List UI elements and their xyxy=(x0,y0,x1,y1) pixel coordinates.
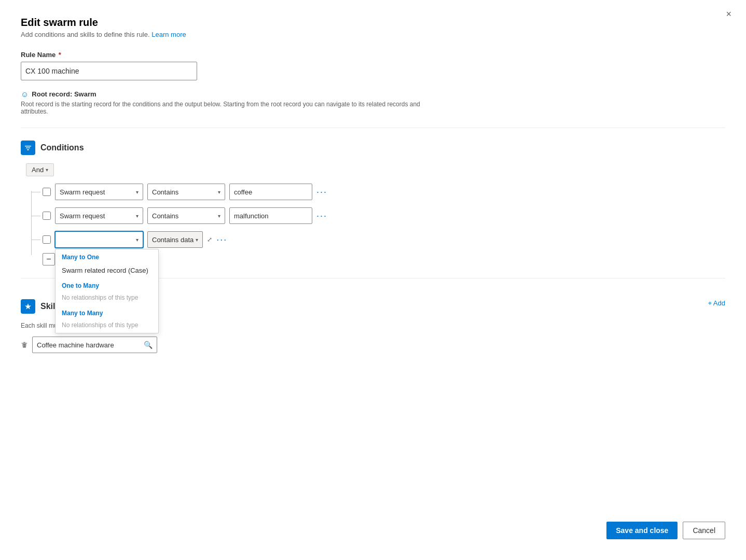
chevron-down-icon: ▾ xyxy=(196,237,198,243)
condition-1-operator-label: Contains xyxy=(152,188,178,196)
condition-3-more-button[interactable]: ··· xyxy=(216,234,227,245)
condition-2-field-select[interactable]: Swarm request ▾ xyxy=(55,207,143,224)
skill-input-wrapper: 🔍 xyxy=(32,337,157,353)
condition-3-checkbox[interactable] xyxy=(43,235,51,244)
skill-input[interactable] xyxy=(37,341,141,349)
search-icon: 🔍 xyxy=(144,341,153,349)
condition-3-field-select[interactable]: ▾ xyxy=(55,231,143,248)
root-record-description: Root record is the starting record for t… xyxy=(21,101,425,115)
condition-1-more-button[interactable]: ··· xyxy=(316,187,327,198)
field-dropdown-menu: Many to One Swarm related record (Case) … xyxy=(55,249,159,333)
expand-icon[interactable]: ⤢ xyxy=(207,236,212,243)
modal-container: × Edit swarm rule Add conditions and ski… xyxy=(0,0,746,560)
cancel-button[interactable]: Cancel xyxy=(683,522,725,539)
no-many-to-many-item: No relationships of this type xyxy=(56,319,158,333)
condition-1-value-input[interactable] xyxy=(229,184,312,200)
conditions-title: Conditions xyxy=(40,143,84,152)
chevron-down-icon: ▾ xyxy=(136,213,139,219)
condition-1-field-select[interactable]: Swarm request ▾ xyxy=(55,184,143,200)
required-indicator: * xyxy=(57,51,61,59)
page-subtitle: Add conditions and skills to define this… xyxy=(21,31,725,38)
skill-row-1: 🔍 xyxy=(21,337,725,353)
condition-row-2: Swarm request ▾ Contains ▾ ··· xyxy=(26,207,725,224)
rule-name-section: Rule Name * xyxy=(21,51,725,80)
conditions-section: Conditions And ▾ Swarm request ▾ Contain… xyxy=(21,141,725,265)
learn-more-link[interactable]: Learn more xyxy=(151,31,186,38)
swarm-related-record-item[interactable]: Swarm related record (Case) xyxy=(56,263,158,278)
condition-row-3: ▾ Many to One Swarm related record (Case… xyxy=(26,231,725,248)
root-record-section: ☺ Root record: Swarm Root record is the … xyxy=(21,90,725,115)
chevron-down-icon: ▾ xyxy=(136,237,139,243)
many-to-many-group-label: Many to Many xyxy=(56,305,158,319)
one-to-many-group-label: One to Many xyxy=(56,278,158,291)
chevron-down-icon: ▾ xyxy=(46,167,48,173)
close-button[interactable]: × xyxy=(726,9,731,19)
page-title: Edit swarm rule xyxy=(21,17,725,29)
delete-skill-button[interactable] xyxy=(21,341,28,348)
condition-1-checkbox[interactable] xyxy=(43,188,51,196)
rule-name-label: Rule Name * xyxy=(21,51,725,59)
skills-icon xyxy=(21,299,35,314)
chevron-down-icon: ▾ xyxy=(136,189,139,195)
root-record-icon: ☺ xyxy=(21,90,29,99)
condition-2-operator-label: Contains xyxy=(152,212,178,220)
condition-3-operator-label: Contains data xyxy=(152,236,194,244)
condition-2-checkbox[interactable] xyxy=(43,212,51,220)
minus-button[interactable]: − xyxy=(43,253,55,265)
conditions-icon xyxy=(21,141,35,155)
root-record-label: Root record: Swarm xyxy=(32,90,96,98)
condition-2-operator-select[interactable]: Contains ▾ xyxy=(147,207,225,224)
footer-actions: Save and close Cancel xyxy=(606,522,725,539)
add-skill-button[interactable]: + Add xyxy=(708,299,725,307)
rule-name-input[interactable] xyxy=(21,62,197,80)
chevron-down-icon: ▾ xyxy=(218,189,220,195)
condition-2-more-button[interactable]: ··· xyxy=(316,211,327,221)
divider xyxy=(21,128,725,128)
conditions-tree: Swarm request ▾ Contains ▾ ··· Swarm req… xyxy=(26,184,725,265)
condition-2-value-input[interactable] xyxy=(229,207,312,224)
condition-3-operator-select[interactable]: Contains data ▾ xyxy=(147,231,203,248)
save-and-close-button[interactable]: Save and close xyxy=(606,522,678,539)
and-operator-button[interactable]: And ▾ xyxy=(26,163,54,176)
conditions-header: Conditions xyxy=(21,141,725,155)
condition-1-operator-select[interactable]: Contains ▾ xyxy=(147,184,225,200)
condition-row-1: Swarm request ▾ Contains ▾ ··· xyxy=(26,184,725,200)
condition-1-field-label: Swarm request xyxy=(60,188,105,196)
no-one-to-many-item: No relationships of this type xyxy=(56,291,158,305)
condition-2-field-label: Swarm request xyxy=(60,212,105,220)
conditions-area: And ▾ Swarm request ▾ Contains ▾ xyxy=(21,163,725,265)
condition-3-field-dropdown-container: ▾ Many to One Swarm related record (Case… xyxy=(55,231,143,248)
many-to-one-group-label: Many to One xyxy=(56,249,158,263)
chevron-down-icon: ▾ xyxy=(218,213,220,219)
